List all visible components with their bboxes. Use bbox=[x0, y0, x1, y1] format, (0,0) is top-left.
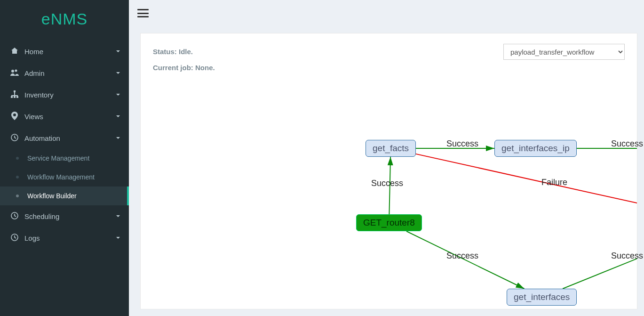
sidebar-subitem-label: Service Management bbox=[27, 154, 89, 162]
sidebar-subitem-label: Workflow Management bbox=[27, 173, 95, 181]
workflow-panel: Status: Idle. Current job: None. payload… bbox=[140, 33, 637, 309]
svg-rect-4 bbox=[14, 96, 16, 98]
sidebar-item-label: Logs bbox=[21, 234, 116, 242]
svg-rect-3 bbox=[11, 96, 13, 98]
node-GET_router8[interactable]: GET_router8 bbox=[356, 214, 422, 231]
menu-toggle-icon[interactable] bbox=[137, 9, 149, 17]
nav-menu: HomeAdminInventoryViewsAutomationService… bbox=[0, 38, 129, 316]
workflow-select[interactable]: payload_transfer_workflow bbox=[503, 44, 625, 60]
chevron-down-icon bbox=[116, 48, 120, 55]
edge-label: Success bbox=[371, 178, 403, 188]
graph-edges bbox=[141, 81, 637, 309]
edge-label: Success bbox=[611, 251, 643, 261]
chevron-down-icon bbox=[116, 91, 120, 98]
users-icon bbox=[8, 69, 21, 78]
sidebar-item-views[interactable]: Views bbox=[0, 105, 129, 127]
topbar bbox=[129, 0, 644, 26]
sidebar-item-logs[interactable]: Logs bbox=[0, 227, 129, 249]
sidebar-item-scheduling[interactable]: Scheduling bbox=[0, 205, 129, 227]
sidebar-item-automation[interactable]: Automation bbox=[0, 127, 129, 149]
sidebar-item-label: Scheduling bbox=[21, 212, 116, 220]
chevron-down-icon bbox=[116, 212, 120, 220]
sidebar-subitem-service-management[interactable]: Service Management bbox=[0, 149, 129, 168]
pin-icon bbox=[8, 112, 21, 122]
svg-point-0 bbox=[11, 70, 14, 73]
bullet-icon bbox=[16, 194, 19, 197]
sidebar-subitem-label: Workflow Builder bbox=[27, 192, 77, 200]
edge-label: Failure bbox=[541, 178, 567, 187]
edge-get_facts-process_payload1[interactable] bbox=[416, 154, 637, 214]
edge-label: Success bbox=[611, 139, 643, 149]
main: Status: Idle. Current job: None. payload… bbox=[129, 0, 644, 316]
chevron-down-icon bbox=[116, 113, 120, 120]
sidebar-item-home[interactable]: Home bbox=[0, 41, 129, 62]
bullet-icon bbox=[16, 157, 19, 160]
sitemap-icon bbox=[8, 90, 21, 99]
node-get_interfaces_ip[interactable]: get_interfaces_ip bbox=[494, 140, 577, 157]
clock-icon bbox=[8, 134, 21, 143]
clock-icon bbox=[8, 234, 21, 243]
sidebar: eNMS HomeAdminInventoryViewsAutomationSe… bbox=[0, 0, 129, 316]
clock-icon bbox=[8, 212, 21, 221]
sidebar-item-label: Admin bbox=[21, 69, 116, 77]
node-get_facts[interactable]: get_facts bbox=[366, 140, 416, 157]
edge-label: Success bbox=[446, 139, 478, 149]
edge-label: Success bbox=[446, 251, 478, 261]
sidebar-item-inventory[interactable]: Inventory bbox=[0, 84, 129, 105]
chevron-down-icon bbox=[116, 234, 120, 242]
svg-rect-2 bbox=[14, 90, 16, 92]
sidebar-subitem-workflow-management[interactable]: Workflow Management bbox=[0, 168, 129, 186]
sidebar-item-label: Home bbox=[21, 48, 116, 56]
content: Status: Idle. Current job: None. payload… bbox=[129, 26, 644, 316]
current-job-text: Current job: None. bbox=[153, 60, 625, 76]
workflow-graph[interactable]: get_factsget_interfaces_ipget_configGET_… bbox=[141, 81, 637, 309]
svg-point-1 bbox=[15, 69, 17, 72]
node-get_interfaces[interactable]: get_interfaces bbox=[507, 289, 577, 306]
chevron-down-icon bbox=[116, 69, 120, 77]
bullet-icon bbox=[16, 176, 19, 178]
home-icon bbox=[8, 47, 21, 56]
sidebar-item-admin[interactable]: Admin bbox=[0, 62, 129, 84]
sidebar-item-label: Automation bbox=[21, 134, 116, 142]
sidebar-item-label: Inventory bbox=[21, 91, 116, 99]
chevron-down-icon bbox=[116, 134, 120, 142]
sidebar-item-label: Views bbox=[21, 113, 116, 121]
app-logo: eNMS bbox=[0, 0, 129, 38]
sidebar-subitem-workflow-builder[interactable]: Workflow Builder bbox=[0, 186, 129, 205]
svg-rect-5 bbox=[16, 96, 18, 98]
